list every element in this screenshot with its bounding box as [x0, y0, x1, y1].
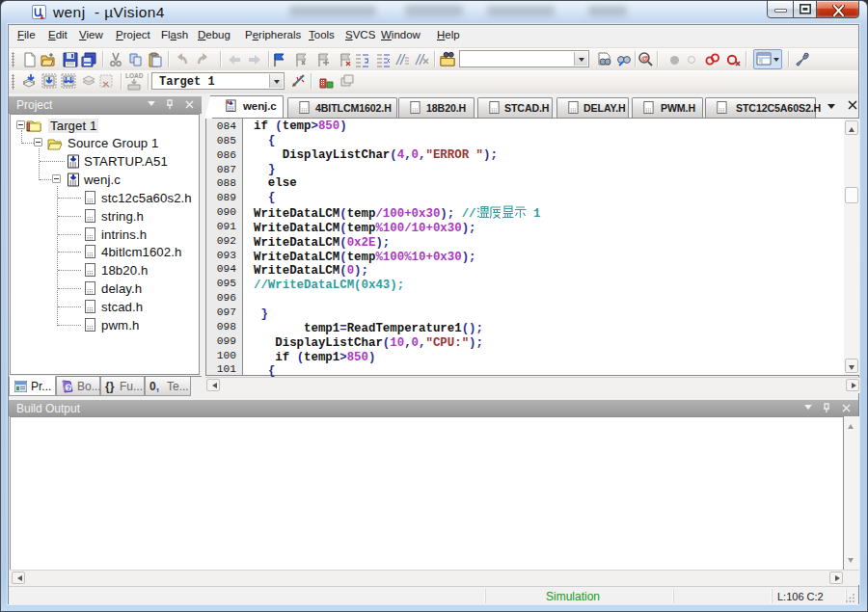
svg-text:?: ?: [67, 385, 70, 391]
svg-text:@: @: [641, 54, 649, 63]
